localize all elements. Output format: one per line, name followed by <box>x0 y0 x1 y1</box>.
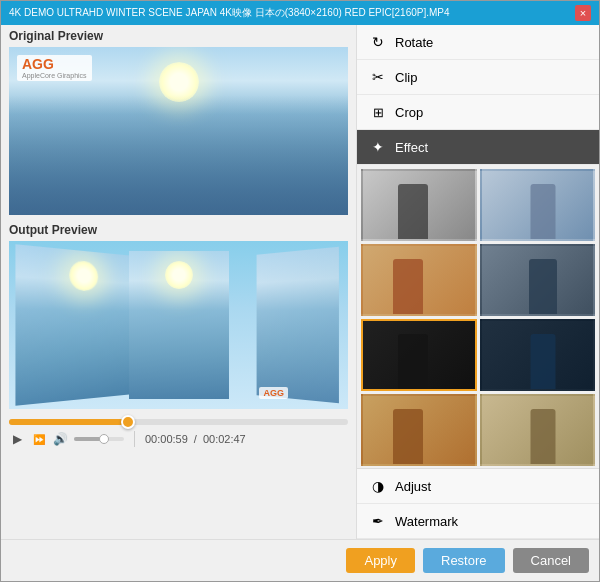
logo-sub: AppleCore Giraphics <box>22 72 87 79</box>
divider <box>134 431 135 447</box>
tool-rotate[interactable]: ↻ Rotate <box>357 25 599 60</box>
tool-menu: ↻ Rotate ✂ Clip ⊞ Crop ✦ Effect <box>357 25 599 165</box>
volume-slider[interactable] <box>74 437 124 441</box>
effect-icon: ✦ <box>369 138 387 156</box>
effect-item-8[interactable] <box>480 394 596 466</box>
main-content: Original Preview AGG AppleCore Giraphics… <box>1 25 599 539</box>
logo-output-overlay: AGG <box>259 387 288 399</box>
effect-item-4[interactable] <box>480 244 596 316</box>
right-panel: ↻ Rotate ✂ Clip ⊞ Crop ✦ Effect <box>356 25 599 539</box>
footer: Apply Restore Cancel <box>1 539 599 581</box>
output-preview: AGG <box>9 241 348 409</box>
video-3d-effect: AGG <box>9 241 348 409</box>
skip-button[interactable]: ⏩ <box>31 431 47 447</box>
tool-watermark[interactable]: ✒ Watermark <box>357 504 599 539</box>
rotate-label: Rotate <box>395 35 433 50</box>
original-preview-label: Original Preview <box>1 25 356 45</box>
cube-right <box>257 247 339 404</box>
progress-fill <box>9 419 128 425</box>
play-button[interactable]: ▶ <box>9 431 25 447</box>
time-separator: / <box>194 433 197 445</box>
tree-background <box>9 95 348 215</box>
output-preview-label: Output Preview <box>1 219 356 239</box>
volume-icon: 🔊 <box>53 432 68 446</box>
watermark-label: Watermark <box>395 514 458 529</box>
progress-bar[interactable] <box>9 419 348 425</box>
time-total: 00:02:47 <box>203 433 246 445</box>
cube-center <box>129 251 229 399</box>
bottom-tools: ◑ Adjust ✒ Watermark <box>357 468 599 539</box>
effect-item-6[interactable] <box>480 319 596 391</box>
logo-output-text: AGG <box>263 388 284 398</box>
effect-item-5[interactable] <box>361 319 477 391</box>
restore-button[interactable]: Restore <box>423 548 505 573</box>
cancel-button[interactable]: Cancel <box>513 548 589 573</box>
apply-button[interactable]: Apply <box>346 548 415 573</box>
left-panel: Original Preview AGG AppleCore Giraphics… <box>1 25 356 539</box>
watermark-icon: ✒ <box>369 512 387 530</box>
rotate-icon: ↻ <box>369 33 387 51</box>
close-button[interactable]: × <box>575 5 591 21</box>
effect-item-1[interactable] <box>361 169 477 241</box>
controls-bar: ▶ ⏩ 🔊 00:00:59 / 00:02:47 <box>1 413 356 451</box>
effect-item-3[interactable] <box>361 244 477 316</box>
time-current: 00:00:59 <box>145 433 188 445</box>
tool-crop[interactable]: ⊞ Crop <box>357 95 599 130</box>
titlebar: 4K DEMO ULTRAHD WINTER SCENE JAPAN 4K映像 … <box>1 1 599 25</box>
playback-controls: ▶ ⏩ 🔊 00:00:59 / 00:02:47 <box>9 431 348 447</box>
tool-clip[interactable]: ✂ Clip <box>357 60 599 95</box>
logo-text: AGG <box>22 57 87 72</box>
adjust-label: Adjust <box>395 479 431 494</box>
effect-label: Effect <box>395 140 428 155</box>
logo-overlay: AGG AppleCore Giraphics <box>17 55 92 81</box>
effects-grid <box>357 165 599 468</box>
adjust-icon: ◑ <box>369 477 387 495</box>
clip-icon: ✂ <box>369 68 387 86</box>
tool-adjust[interactable]: ◑ Adjust <box>357 469 599 504</box>
progress-thumb[interactable] <box>121 415 135 429</box>
effect-item-7[interactable] <box>361 394 477 466</box>
effect-item-2[interactable] <box>480 169 596 241</box>
volume-thumb[interactable] <box>99 434 109 444</box>
original-preview: AGG AppleCore Giraphics <box>9 47 348 215</box>
crop-icon: ⊞ <box>369 103 387 121</box>
tool-effect[interactable]: ✦ Effect <box>357 130 599 165</box>
cube-left <box>15 244 141 406</box>
window-title: 4K DEMO ULTRAHD WINTER SCENE JAPAN 4K映像 … <box>9 6 450 20</box>
main-window: 4K DEMO ULTRAHD WINTER SCENE JAPAN 4K映像 … <box>0 0 600 582</box>
clip-label: Clip <box>395 70 417 85</box>
crop-label: Crop <box>395 105 423 120</box>
